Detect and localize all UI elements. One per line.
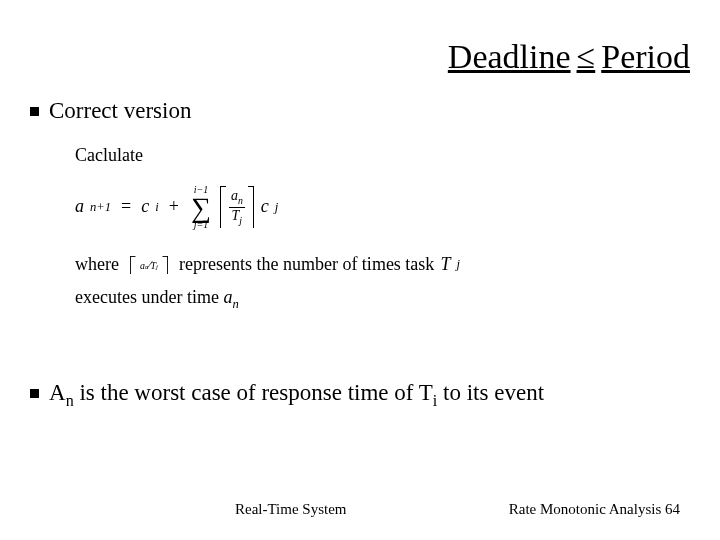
footer-left: Real-Time System [235, 501, 347, 518]
frac-num-a: a [231, 188, 238, 203]
bullet-correct-version: Correct version [30, 98, 191, 124]
plus: + [165, 196, 183, 218]
where-row: where an ∕ Tj represents the number of t… [75, 254, 460, 276]
bullet-square-icon [30, 389, 39, 398]
frac2-den-sub: j [156, 263, 158, 270]
represents-text: represents the number of times task [179, 254, 434, 276]
tj-T: T [440, 254, 450, 276]
ceil-right-icon [249, 186, 255, 228]
bullet-text: Correct version [49, 98, 191, 124]
equation-row: an+1 = ci + i−1 ∑ j=1 an Tj cj [75, 185, 460, 230]
equals: = [117, 196, 135, 218]
footer-page-num: 64 [665, 501, 680, 517]
title-right: Period [601, 38, 690, 76]
sum-lower: j=1 [194, 220, 209, 230]
an-post: is the worst case of response time of T [74, 380, 433, 405]
ceil-left-icon [129, 256, 134, 274]
ceiling-brackets-small: an ∕ Tj [129, 256, 169, 274]
bullet-square-icon [30, 107, 39, 116]
slide-title: Deadline ≤ Period [448, 38, 690, 76]
title-op: ≤ [571, 38, 602, 76]
cj-c: c [261, 196, 269, 218]
an-sub: n [66, 392, 74, 409]
ceil-left-icon [219, 186, 225, 228]
executes-text: executes under time [75, 287, 223, 307]
lhs-sub: n+1 [90, 200, 111, 215]
ci-c: c [141, 196, 149, 218]
an-pre: A [49, 380, 66, 405]
executes-row: executes under time an [75, 287, 460, 312]
sum-symbol: i−1 ∑ j=1 [191, 185, 211, 230]
ci-sub: i [155, 200, 159, 215]
footer-right: Rate Monotonic Analysis 64 [509, 501, 680, 518]
fraction-small: an ∕ Tj [135, 256, 164, 274]
tj-sub: j [456, 257, 460, 272]
footer-right-label: Rate Monotonic Analysis [509, 501, 665, 517]
math-block: Caclulate an+1 = ci + i−1 ∑ j=1 an Tj cj… [75, 145, 460, 312]
frac-num-sub: n [238, 195, 243, 206]
title-left: Deadline [448, 38, 571, 76]
bullet-an-worst-case: An is the worst case of response time of… [30, 380, 544, 410]
math-calculate-label: Caclulate [75, 145, 460, 167]
an-tail: to its event [437, 380, 544, 405]
bullet-an-text: An is the worst case of response time of… [49, 380, 544, 410]
fraction: an Tj [225, 186, 249, 228]
sigma-icon: ∑ [191, 195, 211, 220]
cj-sub: j [275, 200, 279, 215]
frac-den-sub: j [239, 214, 242, 225]
where-label: where [75, 254, 119, 276]
ceil-right-icon [163, 256, 168, 274]
time-sub: n [232, 297, 238, 311]
lhs-a: a [75, 196, 84, 218]
ceiling-brackets: an Tj [219, 186, 255, 228]
